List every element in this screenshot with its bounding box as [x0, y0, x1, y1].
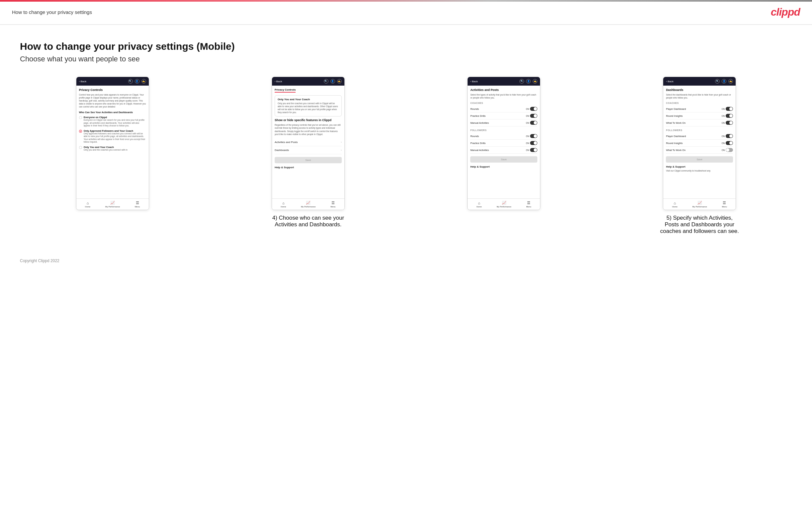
- phone-topbar-4: ‹ Back 🔍 👤 ✍: [663, 77, 735, 86]
- menu-row-dashboards[interactable]: Dashboards ›: [275, 146, 342, 154]
- coaches-manual-toggle[interactable]: [530, 121, 537, 125]
- search-icon-4[interactable]: 🔍: [715, 79, 720, 83]
- home-icon-3: ⌂: [478, 201, 480, 205]
- privacy-controls-title-1: Privacy Controls: [79, 88, 146, 92]
- settings-icon-3[interactable]: ✍: [533, 79, 537, 83]
- coaches-player-dash-toggle[interactable]: [726, 107, 733, 111]
- save-button-3[interactable]: Save: [470, 156, 537, 163]
- radio-coach-only[interactable]: [79, 146, 82, 149]
- search-icon-2[interactable]: 🔍: [324, 79, 328, 83]
- nav-menu-3[interactable]: ☰ Menu: [526, 201, 531, 208]
- profile-icon-2[interactable]: 👤: [331, 79, 335, 83]
- followers-what-to-work-toggle[interactable]: [726, 148, 733, 152]
- nav-performance-4[interactable]: 📈 My Performance: [693, 201, 707, 208]
- menu-label-3: Menu: [526, 206, 531, 208]
- topbar-title: How to change your privacy settings: [12, 9, 92, 15]
- help-section-2: Help & Support: [275, 166, 342, 169]
- coaches-drills-toggle[interactable]: [530, 114, 537, 118]
- settings-icon-1[interactable]: ✍: [142, 79, 146, 83]
- nav-home-4[interactable]: ⌂ Home: [672, 201, 677, 208]
- nav-performance-2[interactable]: 📈 My Performance: [301, 201, 315, 208]
- tooltip-box: Only You and Your Coach Only you and the…: [275, 95, 342, 116]
- followers-drills-toggle[interactable]: [530, 141, 537, 145]
- radio-coach-only-title: Only You and Your Coach: [84, 146, 128, 149]
- followers-round-insights-toggle[interactable]: [726, 141, 733, 145]
- settings-icon-2[interactable]: ✍: [337, 79, 342, 83]
- performance-icon-2: 📈: [306, 201, 310, 205]
- search-icon-1[interactable]: 🔍: [128, 79, 133, 83]
- menu-dashboards-label: Dashboards: [275, 149, 289, 152]
- menu-icon-1: ☰: [136, 201, 139, 205]
- dashboards-desc: Select the dashboards that you'd like to…: [666, 93, 733, 99]
- coaches-rounds-toggle-group: ON: [526, 107, 537, 111]
- nav-performance-1[interactable]: 📈 My Performance: [105, 201, 120, 208]
- phone-mockup-1: ‹ Back 🔍 👤 ✍ Privacy Controls Control ho…: [76, 77, 149, 210]
- phone-mockup-4: ‹ Back 🔍 👤 ✍ Dashboards Select the dashb…: [663, 77, 736, 210]
- menu-icon-3: ☰: [527, 201, 530, 205]
- settings-icon-4[interactable]: ✍: [728, 79, 733, 83]
- screens-grid: ‹ Back 🔍 👤 ✍ Privacy Controls Control ho…: [20, 77, 792, 210]
- nav-menu-1[interactable]: ☰ Menu: [135, 201, 140, 208]
- followers-manual-toggle[interactable]: [530, 148, 537, 152]
- nav-performance-3[interactable]: 📈 My Performance: [497, 201, 511, 208]
- followers-round-insights-on: ON: [722, 142, 725, 144]
- help-title-3: Help & Support: [470, 165, 537, 168]
- phone-body-2: Privacy Controls Only You and Your Coach…: [272, 86, 344, 199]
- save-button-2[interactable]: Save: [275, 157, 342, 163]
- radio-option-everyone[interactable]: Everyone on Clippd Everyone on Clippd ca…: [79, 116, 146, 127]
- menu-icon-4: ☰: [723, 201, 726, 205]
- menu-row-activities[interactable]: Activities and Posts ›: [275, 138, 342, 146]
- radio-option-coach-only[interactable]: Only You and Your Coach Only you and the…: [79, 146, 146, 151]
- privacy-tab[interactable]: Privacy Controls: [275, 88, 342, 93]
- menu-icon-2: ☰: [332, 201, 335, 205]
- coaches-drills-on: ON: [526, 115, 529, 117]
- caption-area-3: [411, 210, 597, 235]
- back-button-3[interactable]: ‹ Back: [470, 80, 478, 83]
- home-icon-1: ⌂: [87, 201, 89, 205]
- followers-label-3: FOLLOWERS: [470, 129, 537, 131]
- nav-home-1[interactable]: ⌂ Home: [85, 201, 90, 208]
- nav-menu-2[interactable]: ☰ Menu: [331, 201, 336, 208]
- radio-option-approved[interactable]: Only Approved Followers and Your Coach O…: [79, 129, 146, 144]
- radio-everyone[interactable]: [79, 116, 82, 119]
- back-button-1[interactable]: ‹ Back: [79, 80, 87, 83]
- phone-topbar-1: ‹ Back 🔍 👤 ✍: [77, 77, 149, 86]
- coaches-drills-label: Practice Drills: [470, 114, 486, 117]
- profile-icon-4[interactable]: 👤: [722, 79, 726, 83]
- radio-approved[interactable]: [79, 130, 82, 133]
- followers-rounds-row: Rounds ON: [470, 133, 537, 140]
- menu-label-1: Menu: [135, 206, 140, 208]
- topbar-icons-1: 🔍 👤 ✍: [128, 79, 146, 83]
- save-button-4[interactable]: Save: [666, 156, 733, 163]
- coaches-round-insights-toggle[interactable]: [726, 114, 733, 118]
- back-button-4[interactable]: ‹ Back: [666, 80, 673, 83]
- search-icon-3[interactable]: 🔍: [519, 79, 524, 83]
- profile-icon-3[interactable]: 👤: [526, 79, 531, 83]
- phone-mockup-3: ‹ Back 🔍 👤 ✍ Activities and Posts Select…: [467, 77, 540, 210]
- followers-player-dash-toggle[interactable]: [726, 134, 733, 138]
- coaches-manual-row: Manual Activities ON: [470, 119, 537, 126]
- profile-icon-1[interactable]: 👤: [135, 79, 140, 83]
- nav-home-2[interactable]: ⌂ Home: [281, 201, 286, 208]
- activities-posts-title: Activities and Posts: [470, 88, 537, 92]
- nav-menu-4[interactable]: ☰ Menu: [722, 201, 727, 208]
- performance-icon-1: 📈: [110, 201, 115, 205]
- caption-area-1: [20, 210, 205, 235]
- coaches-drills-toggle-group: ON: [526, 114, 537, 118]
- tooltip-desc: Only you and the coaches you connect wit…: [277, 102, 339, 114]
- tooltip-title: Only You and Your Coach: [277, 98, 339, 101]
- page-footer: Copyright Clippd 2022: [0, 248, 812, 270]
- radio-approved-title: Only Approved Followers and Your Coach: [84, 129, 146, 132]
- copyright-text: Copyright Clippd 2022: [20, 259, 59, 263]
- nav-home-3[interactable]: ⌂ Home: [476, 201, 482, 208]
- coaches-player-dash-on: ON: [722, 108, 725, 110]
- coaches-rounds-label: Rounds: [470, 108, 479, 111]
- privacy-controls-desc-1: Control how you and your data appears to…: [79, 93, 146, 108]
- phone-body-4: Dashboards Select the dashboards that yo…: [663, 86, 735, 199]
- followers-rounds-toggle[interactable]: [530, 134, 537, 138]
- coaches-what-to-work-toggle[interactable]: [726, 121, 733, 125]
- followers-manual-row: Manual Activities ON: [470, 147, 537, 154]
- back-button-2[interactable]: ‹ Back: [275, 80, 282, 83]
- coaches-rounds-toggle[interactable]: [530, 107, 537, 111]
- followers-rounds-label: Rounds: [470, 135, 479, 138]
